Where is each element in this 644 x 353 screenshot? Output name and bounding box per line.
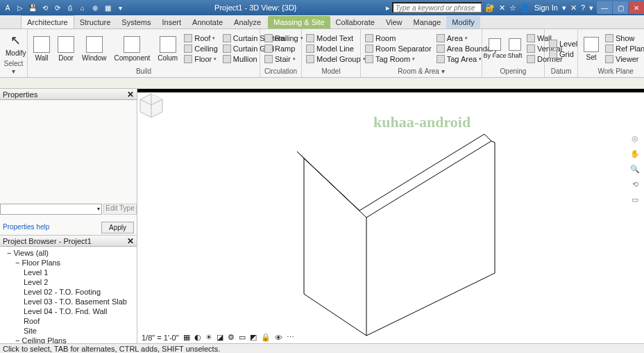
set-wp-button[interactable]: Set (581, 35, 602, 63)
redo-icon[interactable]: ⟳ (53, 3, 62, 13)
tree-node[interactable]: − Views (all) (0, 248, 137, 258)
open-icon[interactable]: ▷ (15, 3, 25, 13)
tab-structure[interactable]: Structure (74, 16, 117, 28)
properties-help-link[interactable]: Properties help (3, 223, 49, 231)
maximize-button[interactable]: ▢ (613, 1, 628, 14)
viewer-button[interactable]: Viewer (604, 54, 644, 64)
search-caret-icon[interactable]: ▸ (384, 3, 392, 13)
crop-icon[interactable]: ▭ (239, 333, 246, 342)
subscription-icon[interactable]: 🔐 (485, 3, 495, 13)
model-group-button[interactable]: Model Group▾ (305, 54, 367, 64)
sync-icon[interactable]: ⊕ (90, 3, 100, 13)
edit-type-button[interactable]: Edit Type (103, 204, 137, 215)
times-icon[interactable]: ✕ (570, 3, 577, 13)
tab-systems[interactable]: Systems (116, 16, 156, 28)
browser-close-icon[interactable]: ✕ (127, 236, 134, 246)
zoom-icon[interactable]: 🔍 (630, 165, 640, 174)
visual-style-icon[interactable]: ◐ (194, 333, 201, 342)
help-caret-icon[interactable]: ▾ (589, 3, 593, 13)
crop-show-icon[interactable]: ◩ (250, 333, 257, 342)
apply-button[interactable]: Apply (101, 222, 134, 233)
hidden-icon[interactable]: 👁 (275, 334, 282, 342)
tab-annotate[interactable]: Annotate (187, 16, 228, 28)
group-room-label[interactable]: Room & Area ▾ (364, 67, 479, 76)
tag-room-button[interactable]: Tag Room▾ (364, 54, 433, 64)
tree-node[interactable]: Level 03 - T.O. Basement Slab (0, 297, 137, 306)
tab-insert[interactable]: Insert (157, 16, 187, 28)
more-icon[interactable]: ▾ (115, 3, 125, 13)
window-button[interactable]: Window (79, 35, 110, 63)
home-icon[interactable]: ⌂ (78, 3, 87, 13)
help-icon[interactable]: ? (581, 3, 585, 12)
door-button[interactable]: Door (55, 35, 77, 63)
modify-button[interactable]: ↖Modify (3, 31, 28, 58)
app-icon[interactable]: A (3, 3, 12, 13)
project-browser[interactable]: − Views (all)− Floor PlansLevel 1Level 2… (0, 247, 137, 343)
show-wp-button[interactable]: Show (604, 33, 644, 43)
tree-node[interactable]: − Ceiling Plans (0, 336, 137, 343)
roof-button[interactable]: Roof▾ (183, 33, 219, 43)
look-icon[interactable]: ▭ (630, 195, 640, 205)
group-select-label[interactable]: Select ▾ (3, 59, 24, 76)
undo-icon[interactable]: ⟲ (40, 3, 50, 13)
wheel-icon[interactable]: ◎ (630, 134, 640, 144)
shaft-button[interactable]: Shaft (507, 37, 523, 60)
tab-view[interactable]: View (380, 16, 408, 28)
type-selector[interactable]: ▾ (0, 204, 102, 215)
tree-node[interactable]: − Floor Plans (0, 258, 137, 268)
room-sep-button[interactable]: Room Separator (364, 44, 433, 54)
detail-icon[interactable]: ▦ (183, 333, 190, 342)
3d-view-canvas[interactable]: kuhaa-android ◎ ✋ 🔍 ⟲ ▭ 1/8" = 1'-0" ▦ ◐… (137, 89, 644, 343)
tree-node[interactable]: Site (0, 326, 137, 336)
3d-icon[interactable]: ▦ (103, 3, 112, 13)
model-text-button[interactable]: Model Text (305, 33, 367, 43)
search-input[interactable] (392, 2, 482, 13)
ref-plane-button[interactable]: Ref Plane (604, 44, 644, 54)
orbit-icon[interactable]: ⟲ (630, 180, 640, 190)
tree-node[interactable]: Roof (0, 316, 137, 326)
wall-button[interactable]: Wall (31, 35, 53, 63)
tab-manage[interactable]: Manage (408, 16, 447, 28)
by-face-button[interactable]: By Face (485, 37, 505, 60)
column-button[interactable]: Colum (155, 35, 180, 63)
lock-icon[interactable]: 🔒 (261, 333, 271, 342)
tree-node[interactable]: Level 04 - T.O. Fnd. Wall (0, 306, 137, 316)
minimize-button[interactable]: — (597, 1, 612, 14)
room-button[interactable]: Room (364, 33, 433, 43)
floor-button[interactable]: Floor▾ (183, 54, 219, 64)
close-button[interactable]: ✕ (629, 1, 644, 14)
tree-node[interactable]: Level 1 (0, 268, 137, 277)
exchange-icon[interactable]: ✕ (499, 3, 505, 13)
ceiling-button[interactable]: Ceiling (183, 44, 219, 54)
reveal-icon[interactable]: ⋯ (287, 333, 294, 342)
favorite-icon[interactable]: ☆ (509, 3, 516, 13)
sun-icon[interactable]: ☀ (205, 333, 212, 342)
tab-modify[interactable]: Modify (446, 16, 480, 28)
tab-massing[interactable]: Massing & Site (268, 16, 330, 28)
model-line-button[interactable]: Model Line (305, 44, 367, 54)
signin-icon[interactable]: 👤 (520, 3, 530, 13)
component-button[interactable]: Component (112, 35, 153, 63)
tab-analyze[interactable]: Analyze (228, 16, 266, 28)
level-button[interactable]: Level (548, 39, 579, 49)
tab-architecture[interactable]: Architecture (21, 15, 74, 28)
pan-icon[interactable]: ✋ (630, 149, 640, 159)
signin-button[interactable]: Sign In (534, 3, 558, 12)
railing-button[interactable]: Railing▾ (263, 33, 305, 43)
render-icon[interactable]: ⚙ (228, 333, 235, 342)
viewcube-icon[interactable] (137, 92, 165, 120)
shadows-icon[interactable]: ◪ (217, 333, 223, 342)
tree-node[interactable]: Level 02 - T.O. Footing (0, 287, 137, 297)
properties-close-icon[interactable]: ✕ (127, 90, 134, 99)
tree-node[interactable]: Level 2 (0, 277, 137, 287)
stair-button[interactable]: Stair▾ (263, 54, 305, 64)
ramp-button[interactable]: Ramp (263, 44, 305, 54)
print-icon[interactable]: ⎙ (65, 3, 75, 13)
browser-header[interactable]: Project Browser - Project1 ✕ (0, 236, 137, 247)
save-icon[interactable]: 💾 (28, 3, 37, 13)
scale-button[interactable]: 1/8" = 1'-0" (142, 334, 179, 342)
tab-collaborate[interactable]: Collaborate (330, 16, 380, 28)
properties-header[interactable]: Properties ✕ (0, 89, 137, 100)
signin-caret-icon[interactable]: ▾ (562, 3, 566, 13)
grid-button[interactable]: Grid (548, 49, 579, 59)
